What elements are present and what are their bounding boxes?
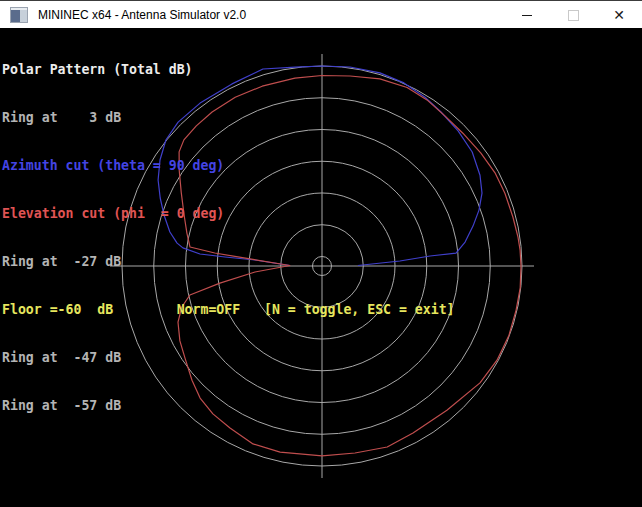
close-button[interactable]: ✕ (596, 1, 642, 29)
app-window: MININEC x64 - Antenna Simulator v2.0 ✕ P… (0, 0, 642, 507)
caption-buttons: ✕ (504, 1, 642, 28)
window-title: MININEC x64 - Antenna Simulator v2.0 (38, 8, 504, 22)
floor-status-line: Floor =-60 dB Norm=OFF [N = toggle, ESC … (2, 302, 455, 318)
plot-title-line: Polar Pattern (Total dB) (2, 62, 455, 78)
console-text: Polar Pattern (Total dB) Ring at 3 dB Az… (2, 30, 455, 446)
ring-label-outer-line: Ring at 3 dB (2, 110, 455, 126)
minimize-button[interactable] (504, 1, 550, 29)
ring-label-47-line: Ring at -47 dB (2, 350, 455, 366)
app-icon (10, 7, 28, 23)
graphics-screen: Polar Pattern (Total dB) Ring at 3 dB Az… (0, 28, 642, 507)
ring-label-27-line: Ring at -27 dB (2, 254, 455, 270)
maximize-button[interactable] (550, 1, 596, 29)
ring-label-57-line: Ring at -57 dB (2, 398, 455, 414)
azimuth-legend-line: Azimuth cut (theta = 90 deg) (2, 158, 455, 174)
maximize-icon (568, 10, 579, 21)
elevation-legend-line: Elevation cut (phi = 0 deg) (2, 206, 455, 222)
minimize-icon (522, 15, 532, 16)
title-bar[interactable]: MININEC x64 - Antenna Simulator v2.0 ✕ (0, 0, 642, 28)
close-icon: ✕ (613, 8, 625, 22)
